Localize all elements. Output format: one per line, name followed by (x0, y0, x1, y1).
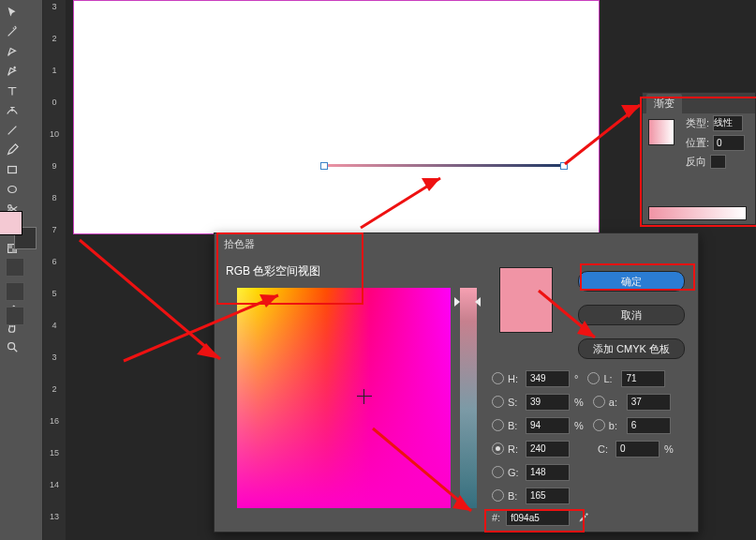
r-label: R: (508, 443, 523, 455)
direct-select-tool[interactable] (3, 3, 21, 21)
ok-button[interactable]: 确定 (578, 271, 685, 292)
rectangle-tool[interactable] (3, 160, 21, 178)
s-unit: % (574, 397, 584, 408)
tool-panel (0, 0, 43, 540)
type-tool[interactable] (3, 82, 21, 99)
c-input[interactable] (615, 441, 660, 458)
l-radio[interactable] (587, 372, 600, 384)
ruler-tick: 16 (43, 416, 66, 426)
gradient-handle-end[interactable] (560, 162, 568, 170)
ruler-tick: 9 (43, 161, 66, 171)
zoom-tool[interactable] (3, 338, 21, 355)
add-cmyk-swatch-button[interactable]: 添加 CMYK 色板 (578, 338, 685, 359)
gradient-bar[interactable] (323, 164, 562, 167)
type-path-tool[interactable] (3, 101, 21, 119)
current-color-swatch (499, 267, 553, 333)
type-label: 类型: (686, 116, 709, 130)
gradient-panel: 渐变 类型:线性 位置: 反向 (642, 92, 756, 225)
vertical-ruler: 3 2 1 0 10 9 8 7 6 5 4 3 2 16 15 14 13 (43, 0, 66, 540)
c-unit: % (664, 443, 674, 455)
lb-radio[interactable] (593, 419, 605, 431)
a-input[interactable] (627, 394, 671, 411)
container-format-icon[interactable] (6, 258, 24, 277)
b-label: B: (508, 490, 523, 502)
picker-title: 拾色器 (215, 233, 698, 254)
ruler-tick: 7 (43, 225, 66, 234)
g-label: G: (508, 467, 523, 478)
gradient-ramp[interactable] (648, 206, 747, 220)
ruler-tick: 14 (43, 480, 66, 489)
ruler-tick: 15 (43, 448, 66, 458)
ruler-tick: 4 (43, 321, 66, 330)
ruler-tick: 2 (43, 34, 66, 43)
h-input[interactable] (526, 370, 570, 387)
pen-tool[interactable] (3, 42, 21, 60)
hex-label: #: (492, 512, 500, 523)
s-radio[interactable] (492, 396, 504, 408)
bv-input[interactable] (526, 417, 570, 434)
g-input[interactable] (526, 464, 570, 481)
ruler-tick: 3 (43, 352, 66, 362)
b-input[interactable] (526, 488, 570, 504)
reverse-gradient-icon[interactable] (710, 155, 726, 169)
l-label: L: (603, 373, 618, 384)
s-input[interactable] (526, 394, 570, 411)
hex-input[interactable] (506, 509, 570, 526)
ruler-tick: 3 (43, 2, 66, 11)
bv-label: B: (508, 420, 523, 431)
add-anchor-tool[interactable] (3, 62, 21, 80)
eyedropper-icon[interactable] (575, 510, 590, 525)
b-radio[interactable] (492, 489, 504, 502)
a-radio[interactable] (593, 396, 605, 408)
s-label: S: (508, 397, 523, 408)
h-unit: ° (574, 373, 578, 384)
apply-color-icon[interactable] (6, 282, 24, 301)
bv-radio[interactable] (492, 419, 504, 431)
gradient-preview[interactable] (648, 119, 674, 145)
l-input[interactable] (621, 370, 665, 387)
svg-point-1 (7, 186, 16, 192)
fill-swatch[interactable] (0, 211, 22, 235)
r-input[interactable] (526, 441, 570, 458)
sv-cursor-icon[interactable] (357, 389, 372, 404)
ruler-tick: 10 (43, 129, 66, 139)
h-radio[interactable] (492, 372, 504, 384)
ruler-tick: 13 (43, 512, 66, 521)
ruler-tick: 1 (43, 66, 66, 75)
h-label: H: (508, 373, 523, 384)
hue-slider[interactable] (460, 288, 477, 508)
a-label: a: (609, 397, 624, 408)
ruler-tick: 2 (43, 384, 66, 394)
position-label: 位置: (686, 136, 709, 150)
magic-wand-tool[interactable] (3, 22, 21, 40)
svg-point-2 (7, 204, 11, 208)
hue-pointer-icon[interactable] (454, 297, 481, 307)
gradient-tab[interactable]: 渐变 (646, 94, 682, 113)
svg-rect-10 (7, 244, 11, 248)
ruler-tick: 0 (43, 98, 66, 107)
gradient-position-input[interactable] (713, 135, 745, 151)
lb-label: b: (609, 420, 624, 431)
gradient-handle-start[interactable] (320, 162, 328, 170)
c-label: C: (598, 443, 613, 455)
screen-mode-icon[interactable] (6, 307, 24, 325)
cancel-button[interactable]: 取消 (578, 305, 685, 325)
svg-point-14 (7, 342, 14, 349)
ellipse-tool[interactable] (3, 180, 21, 198)
r-radio[interactable] (492, 442, 504, 455)
saturation-value-field[interactable] (237, 288, 451, 508)
svg-rect-0 (7, 166, 16, 172)
g-radio[interactable] (492, 466, 504, 478)
pencil-tool[interactable] (3, 141, 21, 158)
document-canvas[interactable] (73, 0, 600, 234)
ruler-tick: 5 (43, 289, 66, 298)
bv-unit: % (574, 420, 584, 431)
color-picker-dialog: 拾色器 RGB 色彩空间视图 确定 取消 添加 CMYK 色板 H:° L: S… (214, 232, 699, 532)
gradient-type-select[interactable]: 线性 (713, 115, 743, 131)
reverse-label: 反向 (686, 155, 706, 169)
line-tool[interactable] (3, 121, 21, 139)
lb-input[interactable] (627, 417, 671, 434)
ruler-tick: 8 (43, 193, 66, 202)
ruler-tick: 6 (43, 257, 66, 266)
